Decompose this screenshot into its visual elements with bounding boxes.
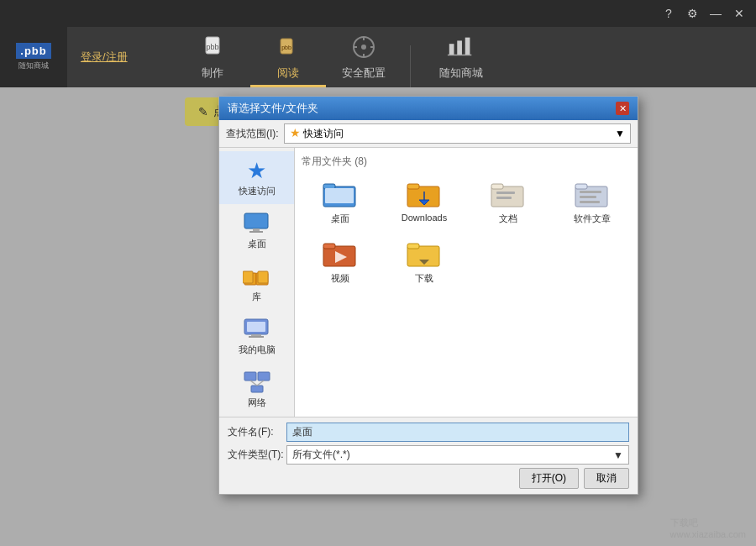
folder-item-downloads[interactable]: Downloads: [386, 176, 463, 228]
tab-create-label: 制作: [202, 66, 223, 81]
folder-download2-icon: [406, 239, 443, 270]
sidebar-item-network-label: 网络: [248, 396, 266, 409]
sidebar-item-library[interactable]: 库: [219, 257, 294, 310]
svg-rect-23: [249, 336, 264, 338]
search-range-label: 查找范围(I):: [226, 127, 279, 141]
svg-rect-32: [325, 188, 354, 203]
svg-rect-11: [457, 40, 462, 55]
folders-grid: 桌面: [302, 176, 631, 288]
svg-line-28: [250, 381, 257, 386]
quick-access-star-icon: ★: [290, 126, 301, 139]
create-icon: pbb: [197, 32, 228, 62]
login-area: 登录/注册: [67, 50, 141, 65]
filename-input[interactable]: 桌面: [286, 423, 629, 442]
svg-rect-25: [244, 372, 256, 381]
svg-rect-46: [323, 244, 335, 249]
logo-area: .pbb 随知商城: [0, 27, 67, 87]
tab-read-label: 阅读: [277, 66, 299, 81]
svg-rect-43: [580, 196, 596, 198]
shop-icon: [446, 32, 476, 62]
svg-rect-26: [258, 372, 270, 381]
svg-rect-49: [407, 244, 419, 249]
dialog-toolbar: 查找范围(I): ★ 快速访问 ▼: [219, 120, 638, 148]
folder-downloads-icon: [406, 179, 443, 211]
svg-rect-24: [247, 322, 265, 332]
dialog-main-content: 常用文件夹 (8): [295, 148, 638, 417]
tab-read[interactable]: pbb 阅读: [250, 27, 326, 87]
svg-rect-34: [407, 184, 419, 189]
filetype-select[interactable]: 所有文件(*.*) ▼: [286, 445, 629, 465]
folder-item-download2[interactable]: 下载: [386, 235, 463, 288]
folder-desktop-icon: [322, 179, 359, 211]
svg-rect-14: [244, 213, 268, 228]
dialog-footer: 文件名(F): 桌面 文件类型(T): 所有文件(*.*) ▼ 打开(O) 取消: [219, 417, 638, 494]
tab-create[interactable]: pbb 制作: [175, 27, 250, 87]
help-button[interactable]: ?: [659, 3, 679, 24]
footer-buttons: 打开(O) 取消: [228, 468, 629, 489]
svg-line-29: [257, 381, 264, 386]
mypc-icon: [242, 317, 272, 342]
nav-divider: [410, 45, 411, 87]
tab-security-label: 安全配置: [342, 66, 386, 81]
folder-docs-icon: [490, 179, 527, 211]
filename-row: 文件名(F): 桌面: [228, 423, 629, 442]
svg-rect-37: [491, 184, 503, 189]
dialog-body: ★ 快速访问: [219, 148, 638, 417]
logo-pbb: .pbb: [16, 43, 50, 59]
folder-item-docs[interactable]: 文档: [470, 176, 547, 228]
folder-docs-label: 文档: [499, 213, 517, 225]
svg-rect-20: [258, 271, 268, 283]
cancel-button[interactable]: 取消: [584, 468, 629, 489]
tab-shop-label: 随知商城: [439, 66, 483, 81]
folder-desktop-label: 桌面: [331, 213, 349, 225]
app-window: .pbb 随知商城 登录/注册 pbb 制作: [0, 27, 756, 546]
sidebar-item-desktop[interactable]: 桌面: [219, 204, 294, 257]
folder-downloads-label: Downloads: [402, 213, 447, 223]
filetype-label: 文件类型(T):: [228, 448, 286, 462]
content-area: ✎ 点击后，邀您体验工作版的阅后即焚！ 浏 览 文 件 点击【浏览文件】选择".…: [0, 87, 756, 546]
quick-access-icon: ★: [242, 158, 272, 183]
svg-rect-39: [496, 197, 512, 199]
network-icon: [242, 370, 272, 395]
folder-download2-label: 下载: [415, 272, 433, 285]
top-nav: .pbb 随知商城 登录/注册 pbb 制作: [0, 27, 756, 87]
svg-text:pbb: pbb: [206, 43, 218, 51]
sidebar-item-mypc-label: 我的电脑: [239, 344, 276, 356]
svg-rect-41: [575, 184, 587, 189]
sidebar-item-mypc[interactable]: 我的电脑: [219, 310, 294, 363]
nav-tabs: pbb 制作 pbb 阅读: [175, 27, 503, 87]
tab-security[interactable]: 安全配置: [326, 27, 402, 87]
dialog-title: 请选择文件/文件夹: [228, 101, 318, 116]
folder-video-label: 视频: [331, 272, 349, 285]
read-icon: pbb: [273, 32, 303, 62]
sidebar-item-network[interactable]: 网络: [219, 363, 294, 416]
sidebar-item-library-label: 库: [252, 291, 261, 303]
desktop-nav-icon: [242, 211, 272, 236]
sidebar-item-quick-label: 快速访问: [239, 185, 276, 197]
file-dialog: 请选择文件/文件夹 ✕ 查找范围(I): ★ 快速访问 ▼: [218, 96, 638, 495]
folder-item-desktop[interactable]: 桌面: [302, 176, 379, 228]
open-button[interactable]: 打开(O): [519, 468, 579, 489]
svg-rect-10: [449, 44, 454, 55]
login-link[interactable]: 登录/注册: [81, 50, 128, 65]
sidebar-item-desktop-label: 桌面: [248, 238, 266, 250]
folder-video-icon: [322, 239, 359, 270]
folder-item-software[interactable]: 软件文章: [554, 176, 631, 228]
filetype-chevron-icon: ▼: [613, 449, 623, 461]
svg-text:pbb: pbb: [281, 45, 291, 51]
minimize-button[interactable]: —: [706, 3, 726, 24]
dialog-title-bar: 请选择文件/文件夹 ✕: [219, 97, 638, 120]
common-folders-label: 常用文件夹 (8): [302, 155, 631, 169]
dropdown-chevron-icon: ▼: [615, 128, 625, 139]
library-icon: [242, 264, 272, 289]
close-button[interactable]: ✕: [729, 3, 749, 24]
sidebar-item-quick[interactable]: ★ 快速访问: [219, 151, 294, 204]
dialog-close-button[interactable]: ✕: [616, 102, 629, 115]
logo-brand: 随知商城: [18, 60, 49, 71]
title-bar: ? ⚙ — ✕: [0, 0, 756, 27]
search-range-select[interactable]: ★ 快速访问 ▼: [284, 123, 631, 144]
tab-shop[interactable]: 随知商城: [419, 27, 503, 87]
svg-rect-38: [496, 192, 515, 194]
folder-item-video[interactable]: 视频: [302, 235, 379, 288]
settings-button[interactable]: ⚙: [682, 3, 702, 24]
